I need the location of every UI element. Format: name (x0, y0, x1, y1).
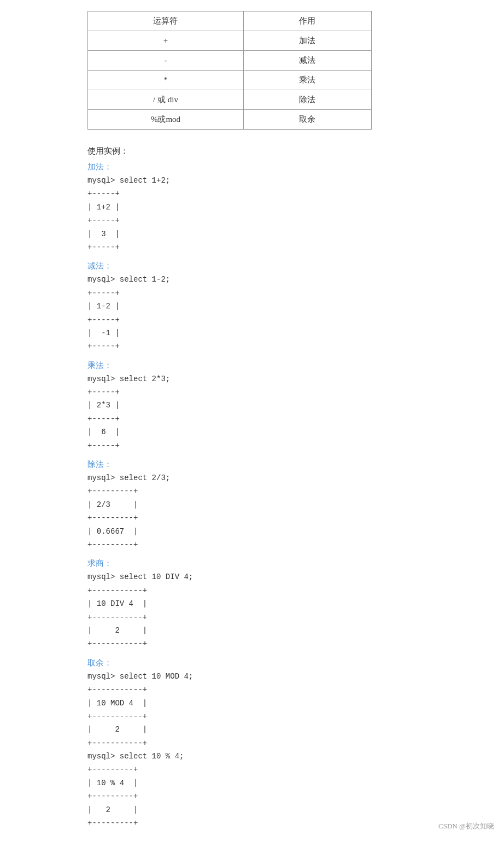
table-cell: * (88, 71, 244, 90)
table-cell: %或mod (88, 110, 244, 130)
code-line: +-----+ (87, 287, 482, 299)
code-line: | 2*3 | (87, 399, 482, 411)
code-line: mysql> select 1+2; (87, 174, 482, 186)
table-cell: 加法 (243, 31, 371, 51)
example-title: 求商： (87, 558, 482, 569)
example-title: 除法： (87, 459, 482, 470)
code-line: | 3 | (87, 228, 482, 240)
code-line: | 1-2 | (87, 300, 482, 312)
code-line: | 2 | (87, 624, 482, 636)
code-line: | 6 | (87, 426, 482, 438)
table-cell: 除法 (243, 90, 371, 110)
code-line: mysql> select 2/3; (87, 472, 482, 484)
table-cell: 取余 (243, 110, 371, 130)
table-cell: 乘法 (243, 71, 371, 90)
code-line: mysql> select 10 MOD 4; (87, 670, 482, 682)
table-cell: + (88, 31, 244, 51)
examples-container: 加法：mysql> select 1+2;+-----+| 1+2 |+----… (87, 162, 482, 829)
code-line: +-----------+ (87, 684, 482, 696)
code-line: +-----------+ (87, 710, 482, 722)
code-line: mysql> select 10 % 4; (87, 750, 482, 762)
table-header-operator: 运算符 (88, 11, 244, 31)
code-line: | 10 % 4 | (87, 777, 482, 789)
intro-text: 使用实例： (87, 146, 482, 156)
watermark: CSDN @初次知晓 (438, 821, 494, 831)
code-line: +---------+ (87, 817, 482, 829)
example-title: 乘法： (87, 360, 482, 371)
example-group: 求商：mysql> select 10 DIV 4;+-----------+|… (87, 558, 482, 650)
code-line: | 2 | (87, 804, 482, 816)
code-line: +-----------+ (87, 585, 482, 597)
code-line: +-----+ (87, 440, 482, 452)
code-line: +---------+ (87, 512, 482, 524)
code-line: | -1 | (87, 327, 482, 339)
code-line: mysql> select 10 DIV 4; (87, 571, 482, 583)
code-line: +-----------+ (87, 737, 482, 749)
example-title: 加法： (87, 162, 482, 172)
code-line: +-----+ (87, 241, 482, 253)
code-line: +-----------+ (87, 611, 482, 623)
code-line: | 10 MOD 4 | (87, 697, 482, 709)
code-line: +---------+ (87, 763, 482, 775)
code-line: +---------+ (87, 790, 482, 802)
table-cell: / 或 div (88, 90, 244, 110)
code-line: | 2/3 | (87, 499, 482, 511)
table-cell: - (88, 51, 244, 71)
code-line: +-----+ (87, 314, 482, 326)
example-group: 取余：mysql> select 10 MOD 4;+-----------+|… (87, 658, 482, 830)
operator-table: 运算符 作用 +加法-减法*乘法/ 或 div除法%或mod取余 (87, 11, 372, 130)
example-title: 取余： (87, 658, 482, 668)
code-line: +---------+ (87, 485, 482, 497)
example-group: 加法：mysql> select 1+2;+-----+| 1+2 |+----… (87, 162, 482, 253)
example-group: 除法：mysql> select 2/3;+---------+| 2/3 |+… (87, 459, 482, 551)
code-line: +---------+ (87, 539, 482, 551)
code-line: +-----+ (87, 214, 482, 226)
code-line: mysql> select 2*3; (87, 373, 482, 385)
code-line: | 2 | (87, 723, 482, 735)
example-title: 减法： (87, 261, 482, 271)
code-line: mysql> select 1-2; (87, 273, 482, 285)
code-line: | 0.6667 | (87, 525, 482, 538)
table-header-effect: 作用 (243, 11, 371, 31)
code-line: +-----------+ (87, 638, 482, 650)
code-line: +-----+ (87, 188, 482, 200)
example-group: 乘法：mysql> select 2*3;+-----+| 2*3 |+----… (87, 360, 482, 452)
code-line: +-----+ (87, 386, 482, 398)
table-cell: 减法 (243, 51, 371, 71)
code-line: | 1+2 | (87, 201, 482, 213)
code-line: +-----+ (87, 413, 482, 425)
code-line: +-----+ (87, 340, 482, 352)
code-line: | 10 DIV 4 | (87, 598, 482, 610)
example-group: 减法：mysql> select 1-2;+-----+| 1-2 |+----… (87, 261, 482, 352)
